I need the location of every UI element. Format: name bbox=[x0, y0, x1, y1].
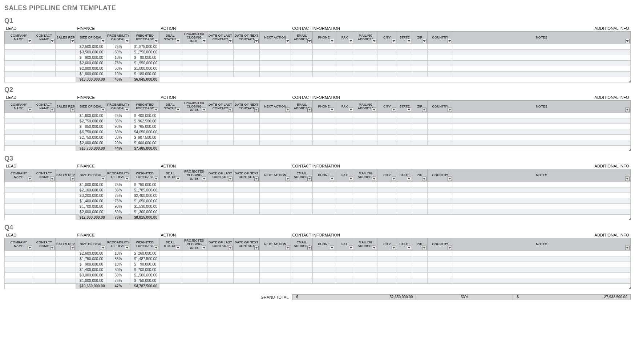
cell[interactable]: $2,750,000.00 bbox=[76, 118, 106, 124]
cell[interactable] bbox=[159, 129, 181, 135]
cell[interactable]: $1,400,000.00 bbox=[76, 267, 106, 272]
column-header[interactable]: COUNTRY bbox=[428, 169, 453, 182]
cell[interactable] bbox=[56, 251, 76, 256]
column-header[interactable]: CITY bbox=[377, 169, 397, 182]
cell[interactable] bbox=[313, 198, 335, 204]
cell[interactable] bbox=[377, 209, 397, 215]
notes-textarea[interactable] bbox=[159, 77, 631, 82]
cell[interactable] bbox=[377, 113, 397, 118]
cell[interactable] bbox=[397, 140, 412, 146]
column-header[interactable]: FAX bbox=[335, 169, 354, 182]
cell[interactable] bbox=[33, 118, 56, 124]
cell[interactable] bbox=[260, 272, 291, 278]
cell[interactable] bbox=[412, 60, 428, 66]
filter-dropdown-icon[interactable] bbox=[286, 39, 290, 43]
cell[interactable] bbox=[377, 262, 397, 267]
cell[interactable] bbox=[313, 113, 335, 118]
cell[interactable] bbox=[181, 113, 207, 118]
cell[interactable] bbox=[33, 60, 56, 66]
filter-dropdown-icon[interactable] bbox=[50, 177, 54, 181]
cell[interactable] bbox=[5, 262, 33, 267]
cell[interactable] bbox=[33, 198, 56, 204]
filter-dropdown-icon[interactable] bbox=[422, 246, 426, 250]
table-row[interactable]: $900,000.0010%$90,000.00 bbox=[5, 55, 631, 60]
cell[interactable] bbox=[260, 60, 291, 66]
column-header[interactable]: STATE bbox=[397, 169, 412, 182]
cell[interactable]: $1,000,000.00 bbox=[76, 278, 106, 283]
probability[interactable]: 50% bbox=[106, 272, 130, 278]
cell[interactable] bbox=[234, 267, 260, 272]
cell[interactable] bbox=[428, 182, 453, 187]
filter-dropdown-icon[interactable] bbox=[202, 39, 206, 43]
cell[interactable] bbox=[56, 55, 76, 60]
cell[interactable]: $1,050,000.00 bbox=[130, 198, 159, 204]
cell[interactable] bbox=[159, 267, 181, 272]
column-header[interactable]: COMPANY NAME bbox=[5, 169, 33, 182]
table-row[interactable]: $1,600,000.0025%$400,000.00 bbox=[5, 113, 631, 118]
cell[interactable] bbox=[5, 135, 33, 140]
cell[interactable] bbox=[234, 272, 260, 278]
column-header[interactable]: DATE OF NEXT CONTACT bbox=[234, 169, 260, 182]
cell[interactable] bbox=[260, 66, 291, 71]
cell[interactable] bbox=[181, 278, 207, 283]
cell[interactable] bbox=[56, 198, 76, 204]
cell[interactable] bbox=[453, 182, 631, 187]
cell[interactable] bbox=[56, 204, 76, 209]
column-header[interactable]: PROBABILITY OF DEAL bbox=[106, 169, 130, 182]
cell[interactable] bbox=[412, 118, 428, 124]
cell[interactable] bbox=[377, 267, 397, 272]
resize-handle-icon[interactable] bbox=[628, 80, 631, 82]
cell[interactable]: $1,400,000.00 bbox=[76, 198, 106, 204]
cell[interactable] bbox=[313, 124, 335, 129]
cell[interactable] bbox=[56, 187, 76, 193]
cell[interactable] bbox=[313, 267, 335, 272]
cell[interactable] bbox=[33, 66, 56, 71]
table-row[interactable]: $2,000,000.0050%$1,000,000.00 bbox=[5, 66, 631, 71]
cell[interactable] bbox=[335, 60, 354, 66]
filter-dropdown-icon[interactable] bbox=[70, 39, 75, 43]
cell[interactable] bbox=[291, 113, 313, 118]
cell[interactable] bbox=[260, 267, 291, 272]
cell[interactable] bbox=[207, 44, 234, 49]
cell[interactable] bbox=[5, 193, 33, 198]
cell[interactable] bbox=[335, 135, 354, 140]
cell[interactable] bbox=[260, 251, 291, 256]
cell[interactable] bbox=[260, 278, 291, 283]
cell[interactable]: $3,200,000.00 bbox=[76, 193, 106, 198]
probability[interactable]: 10% bbox=[106, 262, 130, 267]
cell[interactable]: $3,500,000.00 bbox=[76, 49, 106, 55]
cell[interactable] bbox=[313, 182, 335, 187]
filter-dropdown-icon[interactable] bbox=[349, 177, 353, 181]
cell[interactable] bbox=[354, 113, 377, 118]
table-row[interactable]: $6,750,000.0060%$4,050,000.00 bbox=[5, 129, 631, 135]
cell[interactable] bbox=[397, 267, 412, 272]
filter-dropdown-icon[interactable] bbox=[307, 39, 312, 43]
filter-dropdown-icon[interactable] bbox=[372, 177, 376, 181]
cell[interactable] bbox=[5, 251, 33, 256]
cell[interactable]: $2,600,000.00 bbox=[76, 251, 106, 256]
cell[interactable] bbox=[207, 124, 234, 129]
cell[interactable] bbox=[33, 44, 56, 49]
table-row[interactable]: $2,600,000.0050%$1,300,000.00 bbox=[5, 209, 631, 215]
cell[interactable]: $4,050,000.00 bbox=[130, 129, 159, 135]
cell[interactable] bbox=[412, 251, 428, 256]
cell[interactable] bbox=[377, 44, 397, 49]
cell[interactable] bbox=[453, 66, 631, 71]
cell[interactable] bbox=[260, 44, 291, 49]
cell[interactable] bbox=[412, 182, 428, 187]
filter-dropdown-icon[interactable] bbox=[330, 108, 334, 112]
cell[interactable] bbox=[181, 272, 207, 278]
column-header[interactable]: ZIP bbox=[412, 100, 428, 113]
cell[interactable] bbox=[291, 55, 313, 60]
cell[interactable] bbox=[397, 66, 412, 71]
cell[interactable] bbox=[412, 124, 428, 129]
cell[interactable] bbox=[335, 209, 354, 215]
cell[interactable] bbox=[5, 209, 33, 215]
cell[interactable] bbox=[207, 129, 234, 135]
column-header[interactable]: SALES REP bbox=[56, 100, 76, 113]
cell[interactable] bbox=[453, 251, 631, 256]
notes-textarea[interactable] bbox=[159, 215, 631, 220]
probability[interactable]: 10% bbox=[106, 71, 130, 77]
cell[interactable] bbox=[335, 124, 354, 129]
cell[interactable] bbox=[313, 278, 335, 283]
